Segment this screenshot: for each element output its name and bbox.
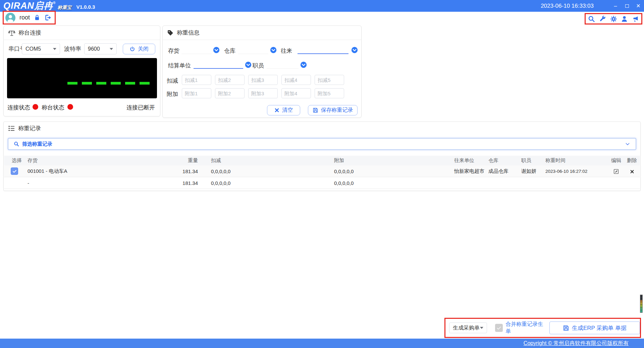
cell-extra: 0,0,0,0,0 (334, 168, 454, 174)
extra-input-4[interactable] (281, 88, 311, 98)
contact-label: 往来 (281, 47, 292, 55)
username-label: root (19, 14, 30, 21)
led-dash (111, 82, 121, 85)
save-record-button[interactable]: 保存称重记录 (308, 105, 358, 115)
deduct-input-1[interactable] (182, 75, 211, 85)
cell-contact: 怡新家电超市 (454, 168, 488, 175)
extra-input-2[interactable] (215, 88, 245, 98)
lock-icon[interactable] (34, 14, 40, 21)
wrench-icon[interactable] (599, 15, 606, 22)
merge-records-label[interactable]: 合并称重记录生单 (505, 321, 546, 335)
generate-order-highlight-box: 生成采购单 合并称重记录生单 生成ERP 采购单 单据 (444, 318, 641, 338)
col-time: 称重时间 (545, 157, 608, 164)
avatar[interactable] (5, 13, 15, 23)
inventory-label: 存货 (168, 47, 179, 55)
scale-status-dot (67, 104, 73, 110)
connection-status-dot (33, 104, 38, 110)
led-dash (67, 82, 77, 85)
port-select[interactable]: COM5 (22, 43, 60, 54)
form-row-1: 存货 仓库 往来 (163, 46, 361, 56)
caret-down-icon (480, 327, 483, 329)
weighing-info-panel: 称重信息 存货 仓库 往来 结算单位 职员 (162, 26, 362, 118)
deduct-label: 扣减 (167, 77, 178, 85)
port-settings-row: 串口号 COM5 波特率 9600 关闭 (4, 43, 160, 55)
toolbar-row (0, 12, 644, 26)
save-icon (313, 107, 318, 113)
staff-dropdown-icon[interactable] (300, 61, 307, 68)
gear-icon[interactable] (610, 15, 617, 22)
minimize-button[interactable]: – (610, 0, 621, 12)
warehouse-input[interactable] (238, 46, 268, 54)
status-row: 连接状态 称台状态 连接已断开 (4, 103, 160, 111)
col-contact: 往来单位 (454, 157, 488, 164)
search-icon (14, 141, 19, 147)
generate-erp-button[interactable]: 生成ERP 采购单 单据 (549, 321, 640, 334)
extra-input-1[interactable] (182, 88, 211, 98)
cell-staff: 谢如妍 (521, 168, 545, 175)
warehouse-dropdown-icon[interactable] (270, 47, 277, 53)
staff-label: 职员 (253, 62, 264, 69)
deduct-input-3[interactable] (248, 75, 278, 85)
cell-extra: 0,0,0,0,0 (334, 180, 454, 186)
user-icon[interactable] (621, 15, 628, 22)
deduct-input-5[interactable] (315, 75, 344, 85)
cell-weight: 181.34 (180, 168, 198, 174)
baud-select[interactable]: 9600 (84, 43, 117, 54)
col-deduct: 扣减 (198, 157, 334, 164)
announcement-icon[interactable] (632, 15, 639, 22)
col-select: 选择 (4, 157, 28, 164)
extra-label: 附加 (167, 90, 178, 98)
app-version: V1.0.0.3 (76, 4, 95, 10)
search-icon[interactable] (588, 15, 595, 22)
clear-button[interactable]: 清空 (267, 105, 300, 115)
col-warehouse: 仓库 (488, 157, 521, 164)
deduct-input-2[interactable] (215, 75, 245, 85)
col-staff: 职员 (521, 157, 545, 164)
form-row-2: 结算单位 职员 (163, 61, 361, 71)
row-checkbox[interactable] (11, 167, 18, 175)
scale-status-label: 称台状态 (42, 104, 64, 111)
inventory-dropdown-icon[interactable] (213, 47, 220, 53)
warehouse-label: 仓库 (224, 47, 235, 55)
merge-records-checkbox[interactable] (495, 324, 503, 332)
scale-connection-panel: 称台连接 串口号 COM5 波特率 9600 关闭 (3, 26, 160, 116)
edit-icon[interactable] (613, 168, 619, 175)
chevron-down-icon[interactable] (625, 141, 630, 147)
staff-input[interactable] (267, 61, 299, 69)
copyright-link[interactable]: Copyright © 常州启冉软件有限公司版权所有 (524, 340, 629, 347)
panel-title: 称台连接 (18, 29, 41, 37)
panel-title: 称重记录 (18, 125, 41, 132)
deduct-input-4[interactable] (281, 75, 311, 85)
inventory-input[interactable] (181, 46, 212, 54)
maximize-button[interactable] (621, 0, 633, 12)
cell-inventory: 001001 - 电动车A (28, 168, 180, 175)
logout-icon[interactable] (44, 14, 51, 21)
col-inventory: 存货 (28, 157, 180, 164)
check-icon (12, 169, 17, 174)
extra-input-3[interactable] (248, 88, 278, 98)
cell-inventory: - (28, 180, 180, 186)
delete-icon[interactable] (630, 169, 634, 174)
level-indicator (640, 295, 643, 313)
list-icon (8, 125, 15, 132)
contact-dropdown-icon[interactable] (351, 47, 358, 53)
settle-unit-dropdown-icon[interactable] (245, 61, 252, 68)
col-edit: 编辑 (608, 157, 624, 164)
filter-records-bar[interactable]: 筛选称重记录 (8, 138, 636, 150)
app-logo: QIRAN启冉® (3, 1, 56, 10)
power-icon (129, 46, 135, 52)
records-table: 选择 存货 重量 扣减 附加 往来单位 仓库 职员 称重时间 编辑 删除 001… (4, 156, 640, 189)
cell-weight: 181.34 (180, 180, 198, 186)
contact-input[interactable] (298, 46, 348, 54)
balance-scale-icon (8, 29, 15, 37)
table-row: 001001 - 电动车A 181.34 0,0,0,0,0 0,0,0,0,0… (4, 165, 640, 177)
extra-input-5[interactable] (315, 88, 344, 98)
check-icon (496, 325, 502, 331)
deduct-row: 扣减 (163, 75, 361, 85)
title-bar: QIRAN启冉® 称重宝 V1.0.0.3 2023-06-10 16:33:0… (0, 0, 644, 12)
close-port-button[interactable]: 关闭 (123, 44, 155, 54)
panel-title: 称重信息 (177, 29, 200, 37)
close-button[interactable]: ✕ (633, 0, 644, 12)
generate-type-select[interactable]: 生成采购单 (449, 322, 487, 333)
settle-unit-input[interactable] (194, 61, 243, 69)
